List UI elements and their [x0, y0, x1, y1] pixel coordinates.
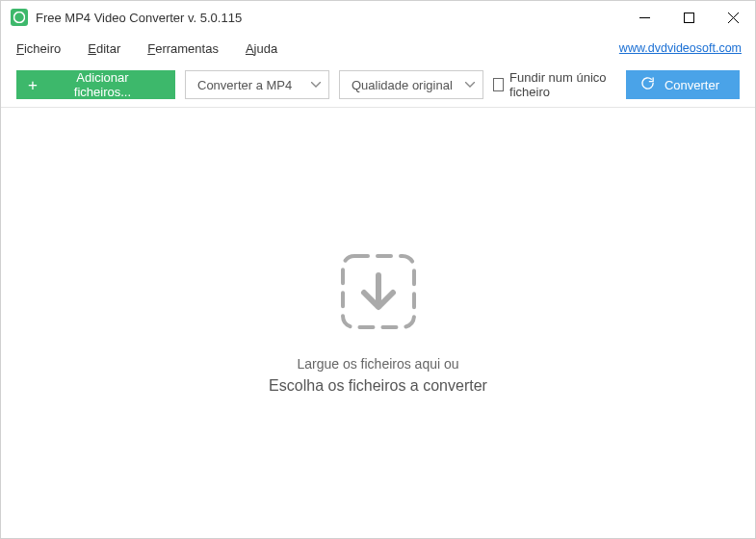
merge-checkbox[interactable]: Fundir num único ficheiro: [493, 70, 616, 99]
menu-ajuda[interactable]: Ajuda: [244, 38, 279, 60]
convert-label: Converter: [665, 78, 719, 92]
refresh-icon: [640, 76, 655, 93]
menu-editar[interactable]: Editar: [86, 38, 122, 60]
format-value: Converter a MP4: [197, 78, 292, 92]
plus-icon: +: [28, 77, 38, 93]
svg-rect-1: [684, 13, 693, 22]
format-dropdown[interactable]: Converter a MP4: [185, 70, 329, 99]
titlebar: Free MP4 Video Converter v. 5.0.115: [1, 1, 755, 34]
window-title: Free MP4 Video Converter v. 5.0.115: [36, 11, 242, 25]
checkbox-box: [493, 78, 504, 91]
add-files-label: Adicionar ficheiros...: [47, 70, 158, 99]
add-files-button[interactable]: + Adicionar ficheiros...: [16, 70, 175, 99]
dropzone-hint-2: Escolha os ficheiros a converter: [269, 377, 487, 395]
window-controls: [622, 1, 755, 34]
quality-value: Qualidade original: [352, 78, 453, 92]
app-icon: [11, 9, 28, 26]
website-link[interactable]: www.dvdvideosoft.com: [619, 41, 742, 55]
maximize-button[interactable]: [666, 1, 711, 34]
convert-button[interactable]: Converter: [626, 70, 740, 99]
chevron-down-icon: [311, 82, 321, 88]
toolbar: + Adicionar ficheiros... Converter a MP4…: [1, 63, 755, 107]
dropzone[interactable]: Largue os ficheiros aqui ou Escolha os f…: [1, 108, 755, 535]
quality-dropdown[interactable]: Qualidade original: [339, 70, 483, 99]
dropzone-icon: [335, 248, 422, 335]
menubar: Ficheiro Editar Ferramentas Ajuda www.dv…: [1, 34, 755, 63]
menu-ficheiro[interactable]: Ficheiro: [14, 38, 63, 60]
minimize-button[interactable]: [622, 1, 666, 34]
close-button[interactable]: [711, 1, 755, 34]
dropzone-hint-1: Largue os ficheiros aqui ou: [297, 356, 458, 372]
merge-label: Fundir num único ficheiro: [509, 70, 616, 99]
menu-ferramentas[interactable]: Ferramentas: [145, 38, 221, 60]
chevron-down-icon: [465, 82, 475, 88]
